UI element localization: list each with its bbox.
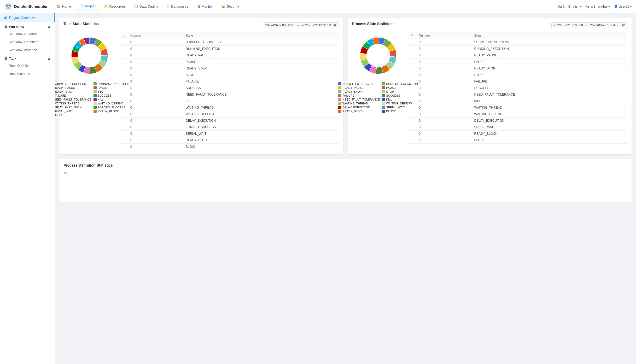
legend-color xyxy=(94,90,97,93)
sidebar-section-task[interactable]: ⚙ Task ∧ xyxy=(0,54,55,62)
stats-row-top: Task State Statistics 2022-03-22 00:00:0… xyxy=(59,17,632,155)
row-index xyxy=(409,85,416,91)
table-row: 0PAUSE xyxy=(409,59,628,65)
task-icon: ⚙ xyxy=(4,57,7,61)
project-icon: 📄 xyxy=(79,4,84,8)
legend-label: READY_BLOCK xyxy=(342,110,364,113)
table-row: 0READY_STOP xyxy=(120,65,339,72)
language-selector[interactable]: English ▾ xyxy=(568,4,582,8)
row-index xyxy=(120,39,128,46)
row-count: 0 xyxy=(128,59,183,65)
row-index xyxy=(120,72,128,78)
legend-label: PAUSE xyxy=(98,86,107,89)
row-index xyxy=(409,124,416,131)
workflow-icon: ⚙ xyxy=(4,25,7,29)
table-row: 0RUNNING_EXECUTION xyxy=(120,46,339,52)
row-state: NEED_FAULT_TOLERANCE xyxy=(183,91,339,98)
legend-item: FAILURE xyxy=(55,94,91,97)
nav-project[interactable]: 📄 Project xyxy=(76,3,99,10)
sidebar-item-workflow-instance[interactable]: Workflow Instance xyxy=(0,46,55,54)
sidebar-item-project-overview[interactable]: ⊞ Project Overview xyxy=(0,13,55,22)
task-donut-wrap: SUBMITTED_SUCCESSRUNNING_EXECUTIONREADY_… xyxy=(63,32,116,117)
security-icon: 🔒 xyxy=(221,4,225,8)
row-state: READY_BLOCK xyxy=(472,131,627,137)
legend-label: NEED_FAULT_TOLERANCE xyxy=(55,98,91,101)
task-state-card: Task State Statistics 2022-03-22 00:00:0… xyxy=(59,17,343,155)
table-row: 0BLOCK xyxy=(120,144,339,150)
chevron-up-icon-task: ∧ xyxy=(48,57,50,61)
process-date-from: 2022-03-22 00:00:00 xyxy=(554,24,583,27)
table-row: 0RUNNING_EXECUTION xyxy=(409,46,628,52)
legend-label: KILL xyxy=(386,98,392,101)
process-state-card: Process State Statistics 2022-03-22 00:0… xyxy=(348,17,632,155)
nav-monitor[interactable]: 🖥 Monitor xyxy=(193,3,217,10)
legend-color xyxy=(94,110,97,113)
sidebar-item-workflow-relation[interactable]: Workflow Relation xyxy=(0,30,55,38)
row-count: 0 xyxy=(416,118,472,124)
legend-color xyxy=(338,82,341,85)
legend-label: FAILURE xyxy=(55,94,66,97)
legend-label: SUBMITTED_SUCCESS xyxy=(342,82,375,85)
legend-color xyxy=(338,90,341,93)
sidebar-item-task-definition[interactable]: Task Definition xyxy=(0,62,55,70)
legend-label: SUCCESS xyxy=(386,94,400,97)
table-row: 0STOP xyxy=(409,72,628,78)
theme-toggle[interactable]: Dark xyxy=(557,4,564,8)
nav-home[interactable]: 🏠 Home xyxy=(53,3,75,10)
row-state: STOP xyxy=(472,72,627,78)
user-menu[interactable]: 👤 user01 ▾ xyxy=(614,4,632,8)
sidebar-item-workflow-definition[interactable]: Workflow Definition xyxy=(0,38,55,46)
row-index xyxy=(120,131,128,137)
row-count: 0 xyxy=(416,39,472,46)
legend-item: WAITING_THREAD xyxy=(55,102,91,105)
calendar-icon[interactable]: 📅 xyxy=(333,24,337,27)
legend-color xyxy=(382,98,385,101)
logo[interactable]: DolphinScheduler xyxy=(4,2,48,11)
table-row: 0KILL xyxy=(120,98,339,104)
legend-color xyxy=(338,98,341,101)
legend-item: WAITING_THREAD xyxy=(338,102,380,105)
row-index xyxy=(409,59,416,65)
task-date-range[interactable]: 2022-03-22 00:00:00 → 2022-03-22 13:04:5… xyxy=(263,22,339,28)
nav-datasource[interactable]: 🗄 Datasource xyxy=(163,3,192,10)
row-index xyxy=(409,137,416,144)
row-state: KILL xyxy=(472,98,627,104)
legend-color xyxy=(94,82,97,85)
topnav-items: 🏠 Home 📄 Project 📁 Resources 📊 Data Qual… xyxy=(53,3,557,10)
legend-item: SERIAL_WAIT xyxy=(55,110,91,113)
row-index xyxy=(120,118,128,124)
row-index xyxy=(409,98,416,104)
process-col-state: State xyxy=(472,32,627,39)
process-date-range[interactable]: 2022-03-22 00:00:00 → 2022-03-22 13:04:5… xyxy=(551,22,627,28)
dataquality-icon: 📊 xyxy=(134,4,138,8)
chevron-down-icon: ▾ xyxy=(580,4,582,8)
row-state: FORCED_SUCCESS xyxy=(183,124,339,131)
nav-security[interactable]: 🔒 Security xyxy=(218,3,243,10)
sidebar-item-task-instance[interactable]: Task Instance xyxy=(0,70,55,78)
row-count: 0 xyxy=(128,91,183,98)
calendar-icon-proc[interactable]: 📅 xyxy=(621,24,625,27)
row-index xyxy=(409,39,416,46)
nav-dataquality[interactable]: 📊 Data Quality xyxy=(130,3,162,10)
timezone-selector[interactable]: Asia/Shanghai ▾ xyxy=(586,4,610,8)
row-index xyxy=(409,131,416,137)
table-row: 0SERIAL_WAIT xyxy=(409,124,628,131)
legend-item: BLOCK xyxy=(55,114,91,117)
nav-resources[interactable]: 📁 Resources xyxy=(100,3,129,10)
table-row: 0READY_PAUSE xyxy=(409,52,628,59)
row-index xyxy=(120,52,128,59)
task-stats-table: # Number State 0SUBMITTED_SUCCESS0RUNNIN… xyxy=(120,32,339,150)
task-donut-chart xyxy=(66,32,113,79)
table-row: 0DELAY_EXECUTION xyxy=(120,118,339,124)
legend-label: READY_BLOCK xyxy=(98,110,119,113)
row-count: 0 xyxy=(416,98,472,104)
sidebar-section-workflow[interactable]: ⚙ Workflow ∧ xyxy=(0,22,55,30)
row-count: 0 xyxy=(128,124,183,131)
table-row: 0SUBMITTED_SUCCESS xyxy=(409,39,628,46)
table-row: 0FORCED_SUCCESS xyxy=(120,124,339,131)
legend-label: WAITING_THREAD xyxy=(55,102,80,105)
row-state: WAITING_THREAD xyxy=(183,104,339,111)
task-state-header: Task State Statistics 2022-03-22 00:00:0… xyxy=(63,22,339,29)
task-col-number: Number xyxy=(128,32,183,39)
row-state: WAITING_DEPEND xyxy=(472,111,627,118)
